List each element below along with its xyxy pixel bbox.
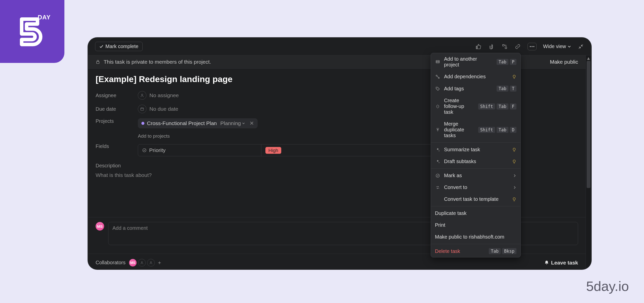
logo-day-text: DAY bbox=[38, 14, 51, 21]
scroll-up-icon[interactable]: ▴ bbox=[586, 55, 591, 61]
duedate-label: Due date bbox=[96, 106, 138, 112]
subtask-icon[interactable] bbox=[501, 43, 508, 50]
kbd: F bbox=[510, 103, 516, 109]
add-collaborator-button[interactable]: ＋ bbox=[156, 259, 163, 266]
menu-item-create-follow-up-task[interactable]: Create follow-up taskShiftTabF bbox=[431, 95, 520, 118]
make-public-button[interactable]: Make public bbox=[550, 59, 578, 65]
project-name: Cross-Functional Project Plan bbox=[147, 120, 217, 126]
more-actions-button[interactable] bbox=[528, 43, 537, 50]
custom-field-name-cell: Priority bbox=[138, 144, 261, 156]
sparkle-icon bbox=[435, 159, 440, 164]
svg-rect-5 bbox=[97, 62, 99, 64]
kbd: Tab bbox=[497, 86, 508, 92]
menu-separator bbox=[431, 142, 520, 143]
menu-item-print[interactable]: Print bbox=[431, 219, 520, 231]
duedate-value: No due date bbox=[149, 106, 178, 112]
scrollbar[interactable]: ▴ ▾ bbox=[586, 55, 591, 269]
remove-project-icon[interactable]: ✕ bbox=[250, 120, 254, 126]
more-actions-menu: Add to another projectTabPAdd dependenci… bbox=[431, 53, 521, 257]
menu-item-merge-duplicate-tasks[interactable]: Merge duplicate tasksShiftTabD bbox=[431, 118, 520, 141]
privacy-message: This task is private to members of this … bbox=[104, 59, 211, 65]
sparkle-icon bbox=[435, 147, 440, 152]
svg-line-22 bbox=[438, 107, 439, 107]
scrollbar-thumb[interactable] bbox=[587, 61, 590, 188]
collapse-icon[interactable] bbox=[578, 43, 584, 50]
priority-badge: High bbox=[265, 147, 281, 154]
svg-point-4 bbox=[533, 46, 534, 47]
topbar-actions: Wide view bbox=[475, 43, 584, 50]
kbd: P bbox=[510, 59, 516, 65]
mark-complete-button[interactable]: Mark complete bbox=[95, 42, 143, 51]
project-section[interactable]: Planning bbox=[220, 120, 245, 126]
add-collaborator-slot[interactable] bbox=[138, 259, 146, 267]
menu-item-mark-as[interactable]: Mark as bbox=[431, 170, 520, 181]
attachment-icon[interactable] bbox=[488, 43, 495, 50]
svg-line-21 bbox=[437, 105, 437, 106]
kbd: D bbox=[510, 127, 516, 133]
svg-line-24 bbox=[438, 105, 439, 106]
wide-view-label: Wide view bbox=[543, 44, 566, 49]
menu-item-convert-to[interactable]: Convert to bbox=[431, 181, 520, 193]
lock-icon bbox=[96, 60, 100, 64]
menu-item-add-to-another-project[interactable]: Add to another projectTabP bbox=[431, 53, 520, 71]
merge-icon bbox=[435, 128, 440, 132]
menu-item-draft-subtasks[interactable]: Draft subtasks bbox=[431, 156, 520, 167]
kbd: Shift bbox=[478, 127, 495, 133]
chevron-down-icon bbox=[568, 45, 571, 48]
menu-item-delete-task[interactable]: Delete task Tab Bksp bbox=[431, 245, 520, 257]
svg-point-6 bbox=[141, 94, 143, 95]
assignee-label: Assignee bbox=[96, 93, 138, 98]
kbd: Shift bbox=[478, 103, 495, 109]
chevron-right-icon bbox=[513, 186, 516, 189]
svg-rect-0 bbox=[503, 44, 504, 46]
chevron-right-icon bbox=[513, 174, 516, 177]
task-detail-modal: Mark complete Wide view This task is pri… bbox=[88, 38, 591, 269]
svg-rect-12 bbox=[437, 61, 437, 62]
svg-rect-13 bbox=[438, 61, 439, 62]
fields-label: Fields bbox=[96, 143, 138, 149]
collaborator-avatar[interactable]: MS bbox=[129, 259, 137, 267]
leave-task-label: Leave task bbox=[551, 260, 578, 266]
lightbulb-icon bbox=[512, 159, 516, 164]
kbd: T bbox=[510, 86, 516, 92]
kbd: Tab bbox=[497, 59, 508, 65]
menu-item-make-public-to-rishabhsoft-com[interactable]: Make public to rishabhsoft.com bbox=[431, 231, 520, 243]
check-circle-icon bbox=[142, 148, 147, 153]
view-toggle[interactable]: Wide view bbox=[543, 44, 571, 49]
menu-separator bbox=[431, 168, 520, 169]
lightbulb-icon bbox=[512, 74, 516, 79]
kbd: Tab bbox=[497, 103, 508, 109]
menu-item-add-tags[interactable]: Add tagsTabT bbox=[431, 83, 520, 95]
brand-logo-badge: DAY bbox=[0, 0, 64, 63]
lightbulb-icon bbox=[512, 147, 516, 152]
menu-item-convert-task-to-template[interactable]: Convert task to template bbox=[431, 193, 520, 205]
svg-point-9 bbox=[141, 261, 143, 263]
svg-point-3 bbox=[532, 46, 533, 47]
projects-label: Projects bbox=[96, 118, 138, 124]
assignee-button[interactable]: No assignee bbox=[138, 91, 179, 100]
project-chip[interactable]: Cross-Functional Project Plan Planning ✕ bbox=[138, 118, 258, 128]
menu-item-add-dependencies[interactable]: Add dependencies bbox=[431, 71, 520, 83]
leave-task-button[interactable]: Leave task bbox=[544, 260, 578, 266]
svg-point-16 bbox=[437, 88, 437, 88]
like-icon[interactable] bbox=[475, 43, 482, 50]
custom-field-value-cell[interactable]: High bbox=[261, 147, 285, 153]
add-collaborator-slot[interactable] bbox=[147, 259, 155, 267]
menu-item-summarize-task[interactable]: Summarize task bbox=[431, 144, 520, 156]
scroll-down-icon[interactable]: ▾ bbox=[586, 266, 591, 269]
chevron-down-icon bbox=[242, 122, 245, 125]
ellipsis-icon bbox=[530, 46, 535, 47]
menu-item-duplicate-task[interactable]: Duplicate task bbox=[431, 207, 520, 219]
svg-rect-7 bbox=[141, 108, 144, 110]
kbd: Tab bbox=[497, 127, 508, 133]
footer-url: 5day.io bbox=[586, 278, 629, 294]
tag-icon bbox=[435, 86, 440, 91]
menu-separator bbox=[431, 206, 520, 206]
menu-separator bbox=[431, 244, 520, 244]
link-icon[interactable] bbox=[514, 43, 521, 50]
project-color-dot bbox=[141, 122, 144, 125]
duedate-button[interactable]: No due date bbox=[138, 105, 178, 113]
bell-icon bbox=[544, 260, 549, 265]
lightbulb-icon bbox=[512, 197, 516, 202]
svg-line-23 bbox=[437, 107, 437, 107]
